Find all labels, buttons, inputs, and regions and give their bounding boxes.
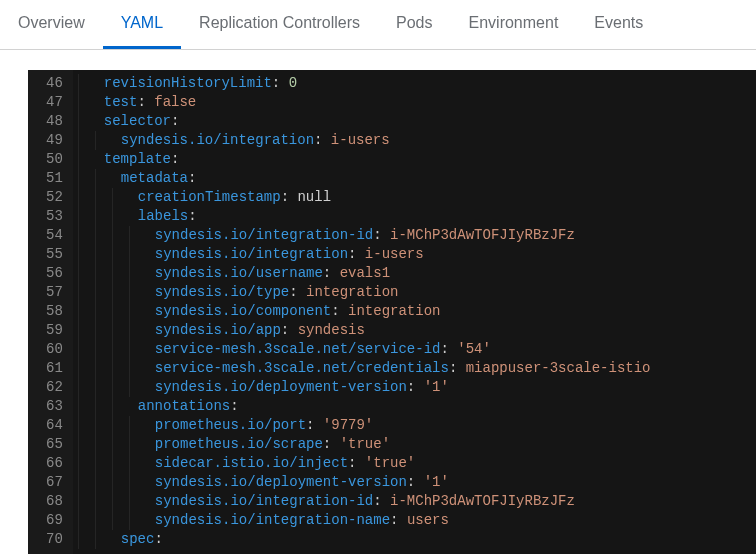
code-line[interactable]: service-mesh.3scale.net/service-id: '54' [87,340,651,359]
yaml-editor[interactable]: 4647484950515253545556575859606162636465… [28,70,756,554]
yaml-value: i-MChP3dAwTOFJIyRBzJFz [390,226,575,245]
yaml-key: prometheus.io/port [155,416,306,435]
yaml-key: syndesis.io/integration-id [155,492,373,511]
code-line[interactable]: syndesis.io/integration: i-users [87,131,651,150]
line-number: 57 [46,283,63,302]
line-gutter: 4647484950515253545556575859606162636465… [28,70,73,554]
tab-replication-controllers[interactable]: Replication Controllers [181,0,378,49]
yaml-key: annotations [138,397,230,416]
yaml-key: prometheus.io/scrape [155,435,323,454]
yaml-value: miappuser-3scale-istio [466,359,651,378]
yaml-value: '54' [457,340,491,359]
yaml-key: selector [104,112,171,131]
code-line[interactable]: service-mesh.3scale.net/credentials: mia… [87,359,651,378]
line-number: 51 [46,169,63,188]
code-line[interactable]: prometheus.io/scrape: 'true' [87,435,651,454]
yaml-value: evals1 [340,264,390,283]
line-number: 63 [46,397,63,416]
code-body[interactable]: revisionHistoryLimit: 0test: falseselect… [73,70,665,554]
code-line[interactable]: spec: [87,530,651,549]
code-line[interactable]: sidecar.istio.io/inject: 'true' [87,454,651,473]
line-number: 65 [46,435,63,454]
code-line[interactable]: syndesis.io/component: integration [87,302,651,321]
yaml-key: spec [121,530,155,549]
code-line[interactable]: syndesis.io/app: syndesis [87,321,651,340]
line-number: 66 [46,454,63,473]
code-line[interactable]: revisionHistoryLimit: 0 [87,74,651,93]
tab-pods[interactable]: Pods [378,0,450,49]
code-line[interactable]: syndesis.io/type: integration [87,283,651,302]
yaml-key: syndesis.io/app [155,321,281,340]
yaml-key: syndesis.io/type [155,283,289,302]
yaml-value: '1' [424,378,449,397]
line-number: 61 [46,359,63,378]
code-line[interactable]: template: [87,150,651,169]
line-number: 49 [46,131,63,150]
line-number: 56 [46,264,63,283]
yaml-key: template [104,150,171,169]
line-number: 60 [46,340,63,359]
line-number: 54 [46,226,63,245]
yaml-key: syndesis.io/integration [121,131,314,150]
line-number: 62 [46,378,63,397]
yaml-key: syndesis.io/integration [155,245,348,264]
tab-environment[interactable]: Environment [451,0,577,49]
tab-events[interactable]: Events [576,0,661,49]
tab-yaml[interactable]: YAML [103,0,181,49]
line-number: 53 [46,207,63,226]
yaml-key: service-mesh.3scale.net/service-id [155,340,441,359]
code-line[interactable]: creationTimestamp: null [87,188,651,207]
yaml-value: syndesis [298,321,365,340]
yaml-value: i-MChP3dAwTOFJIyRBzJFz [390,492,575,511]
line-number: 55 [46,245,63,264]
yaml-value: i-users [365,245,424,264]
yaml-value: integration [348,302,440,321]
code-line[interactable]: syndesis.io/deployment-version: '1' [87,378,651,397]
line-number: 47 [46,93,63,112]
yaml-value: '9779' [323,416,373,435]
line-number: 68 [46,492,63,511]
yaml-key: test [104,93,138,112]
yaml-value: null [297,188,331,207]
code-line[interactable]: annotations: [87,397,651,416]
yaml-value: false [154,93,196,112]
tabs-bar: Overview YAML Replication Controllers Po… [0,0,756,50]
code-line[interactable]: syndesis.io/username: evals1 [87,264,651,283]
line-number: 64 [46,416,63,435]
yaml-value: users [407,511,449,530]
yaml-value: 'true' [340,435,390,454]
code-line[interactable]: labels: [87,207,651,226]
yaml-key: syndesis.io/deployment-version [155,473,407,492]
yaml-key: syndesis.io/deployment-version [155,378,407,397]
line-number: 69 [46,511,63,530]
code-line[interactable]: selector: [87,112,651,131]
code-line[interactable]: syndesis.io/integration-name: users [87,511,651,530]
line-number: 59 [46,321,63,340]
code-line[interactable]: syndesis.io/integration-id: i-MChP3dAwTO… [87,492,651,511]
yaml-key: creationTimestamp [138,188,281,207]
line-number: 50 [46,150,63,169]
code-line[interactable]: syndesis.io/integration-id: i-MChP3dAwTO… [87,226,651,245]
line-number: 67 [46,473,63,492]
yaml-key: syndesis.io/username [155,264,323,283]
yaml-value: integration [306,283,398,302]
yaml-key: revisionHistoryLimit [104,74,272,93]
yaml-key: sidecar.istio.io/inject [155,454,348,473]
code-line[interactable]: syndesis.io/deployment-version: '1' [87,473,651,492]
yaml-key: metadata [121,169,188,188]
yaml-key: service-mesh.3scale.net/credentials [155,359,449,378]
line-number: 52 [46,188,63,207]
yaml-key: syndesis.io/integration-id [155,226,373,245]
line-number: 58 [46,302,63,321]
yaml-key: syndesis.io/integration-name [155,511,390,530]
yaml-key: labels [138,207,188,226]
line-number: 46 [46,74,63,93]
code-line[interactable]: metadata: [87,169,651,188]
code-line[interactable]: prometheus.io/port: '9779' [87,416,651,435]
code-line[interactable]: test: false [87,93,651,112]
yaml-value: 0 [289,74,297,93]
code-line[interactable]: syndesis.io/integration: i-users [87,245,651,264]
tab-overview[interactable]: Overview [0,0,103,49]
yaml-value: i-users [331,131,390,150]
yaml-value: '1' [424,473,449,492]
